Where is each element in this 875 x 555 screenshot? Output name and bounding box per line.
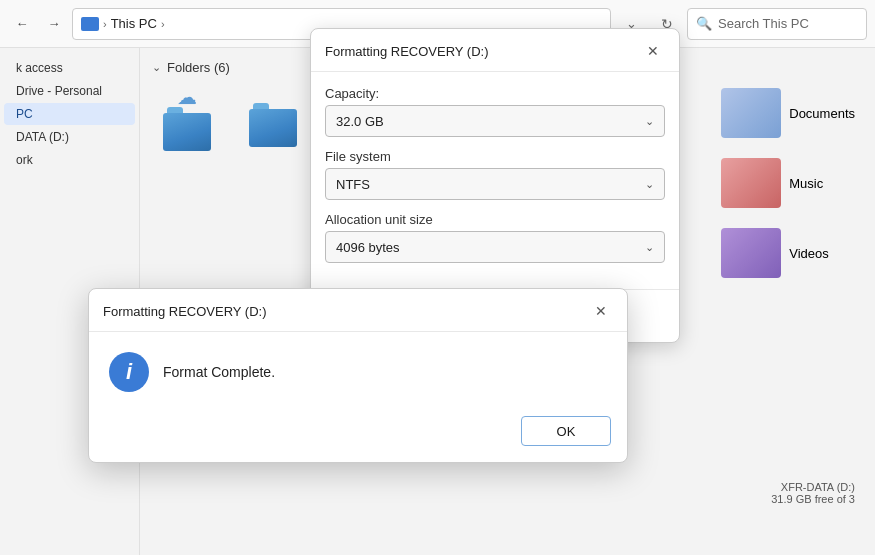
- sidebar-item-data-d[interactable]: DATA (D:): [4, 126, 135, 148]
- folder-blue-2-icon: [249, 109, 297, 147]
- fc-body: i Format Complete.: [89, 332, 627, 408]
- documents-label: Documents: [789, 106, 855, 121]
- search-placeholder: Search This PC: [718, 16, 809, 31]
- cloud-icon: ☁: [177, 85, 197, 109]
- forward-button[interactable]: →: [40, 10, 68, 38]
- documents-tile: [721, 88, 781, 138]
- xfr-drive-info: XFR-DATA (D:) 31.9 GB free of 3: [771, 481, 855, 505]
- folder-blue-icon: [163, 113, 211, 151]
- back-button[interactable]: ←: [8, 10, 36, 38]
- sidebar-item-network[interactable]: ork: [4, 149, 135, 171]
- music-label: Music: [789, 176, 823, 191]
- fc-footer: OK: [89, 408, 627, 462]
- address-separator2: ›: [161, 18, 165, 30]
- search-box[interactable]: 🔍 Search This PC: [687, 8, 867, 40]
- filesystem-dropdown[interactable]: NTFS ⌄: [325, 168, 665, 200]
- chevron-down-icon: ⌄: [152, 61, 161, 74]
- address-separator1: ›: [103, 18, 107, 30]
- folders-count: Folders (6): [167, 60, 230, 75]
- videos-tile: [721, 228, 781, 278]
- filesystem-value: NTFS: [336, 177, 370, 192]
- capacity-value: 32.0 GB: [336, 114, 384, 129]
- sidebar-item-quick-access[interactable]: k access: [4, 57, 135, 79]
- alloc-label: Allocation unit size: [325, 212, 665, 227]
- drive-item-music[interactable]: Music: [721, 158, 855, 208]
- music-tile: [721, 158, 781, 208]
- right-items: Documents Music Videos: [721, 88, 855, 278]
- alloc-dropdown[interactable]: 4096 bytes ⌄: [325, 231, 665, 263]
- xfr-free: 31.9 GB free of 3: [771, 493, 855, 505]
- ok-button[interactable]: OK: [521, 416, 611, 446]
- capacity-dropdown-arrow: ⌄: [645, 115, 654, 128]
- format-dialog-titlebar: Formatting RECOVERY (D:) ✕: [311, 29, 679, 72]
- alloc-value: 4096 bytes: [336, 240, 400, 255]
- sidebar-item-onedrive[interactable]: Drive - Personal: [4, 80, 135, 102]
- address-this-pc: This PC: [111, 16, 157, 31]
- videos-label: Videos: [789, 246, 829, 261]
- computer-icon: [81, 17, 99, 31]
- drive-item-documents[interactable]: Documents: [721, 88, 855, 138]
- format-dialog-title: Formatting RECOVERY (D:): [325, 44, 489, 59]
- filesystem-dropdown-arrow: ⌄: [645, 178, 654, 191]
- format-dialog-body: Capacity: 32.0 GB ⌄ File system NTFS ⌄ A…: [311, 72, 679, 289]
- fc-close-button[interactable]: ✕: [589, 299, 613, 323]
- fc-title: Formatting RECOVERY (D:): [103, 304, 267, 319]
- capacity-label: Capacity:: [325, 86, 665, 101]
- alloc-dropdown-arrow: ⌄: [645, 241, 654, 254]
- format-complete-dialog: Formatting RECOVERY (D:) ✕ i Format Comp…: [88, 288, 628, 463]
- xfr-label: XFR-DATA (D:): [771, 481, 855, 493]
- drive-item-videos[interactable]: Videos: [721, 228, 855, 278]
- filesystem-label: File system: [325, 149, 665, 164]
- fc-titlebar: Formatting RECOVERY (D:) ✕: [89, 289, 627, 332]
- info-icon: i: [109, 352, 149, 392]
- folder-item-generic[interactable]: [238, 85, 308, 151]
- capacity-dropdown[interactable]: 32.0 GB ⌄: [325, 105, 665, 137]
- sidebar-item-this-pc[interactable]: PC: [4, 103, 135, 125]
- search-icon: 🔍: [696, 16, 712, 31]
- format-dialog-close-button[interactable]: ✕: [641, 39, 665, 63]
- fc-message: Format Complete.: [163, 364, 275, 380]
- folder-item-onedrive[interactable]: ☁: [152, 85, 222, 151]
